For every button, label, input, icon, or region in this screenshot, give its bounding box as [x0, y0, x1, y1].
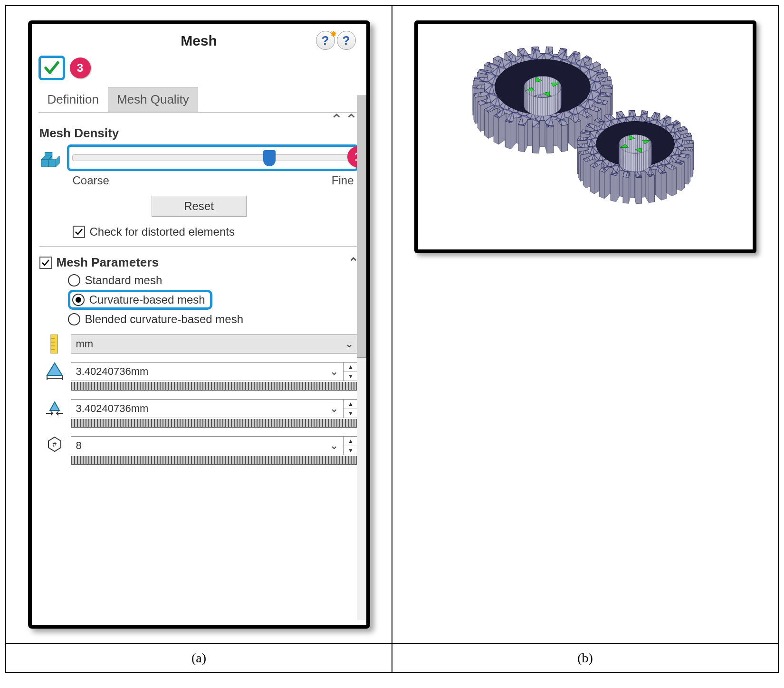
dropdown-chevron-icon: ⌄	[345, 338, 354, 350]
mesh-density-slider[interactable]	[67, 144, 359, 171]
ruler-icon	[49, 334, 60, 354]
caption-a: (a)	[6, 643, 392, 673]
callout-badge-3: 3	[70, 57, 91, 78]
spin-down-icon[interactable]: ▼	[344, 372, 358, 381]
unit-value: mm	[76, 338, 94, 350]
spin-down-icon[interactable]: ▼	[344, 409, 358, 418]
svg-rect-5	[51, 334, 57, 354]
dropdown-chevron-icon: ⌄	[330, 402, 338, 415]
slider-thumb[interactable]	[263, 150, 276, 166]
thumbwheel[interactable]	[71, 419, 359, 428]
spin-up-icon[interactable]: ▲	[344, 400, 358, 409]
meshed-model-view	[414, 20, 756, 253]
mesh-parameters-header: Mesh Parameters	[57, 255, 159, 270]
svg-marker-10	[47, 363, 62, 375]
radio-curvature-mesh[interactable]	[72, 294, 85, 306]
min-element-size-field[interactable]: 3.40240736mm ⌄	[71, 399, 344, 418]
tab-mesh-quality[interactable]: Mesh Quality	[108, 87, 198, 112]
fine-label: Fine	[332, 174, 354, 187]
svg-rect-0	[41, 160, 48, 167]
spin-up-icon[interactable]: ▲	[344, 437, 358, 446]
check-icon	[44, 60, 60, 76]
checkmark-icon	[75, 228, 83, 236]
distorted-elements-checkbox[interactable]	[73, 226, 85, 238]
scrollbar[interactable]	[357, 96, 366, 620]
elements-per-circle-field[interactable]: 8 ⌄	[71, 436, 344, 455]
max-element-size-icon	[46, 362, 63, 381]
dropdown-chevron-icon: ⌄	[330, 365, 338, 378]
svg-text:#: #	[53, 440, 57, 448]
tab-definition[interactable]: Definition	[38, 87, 108, 112]
help-icon[interactable]: ?	[337, 31, 356, 50]
scroll-up-chevron-icon[interactable]: ⌃	[345, 111, 358, 129]
svg-rect-1	[48, 160, 56, 167]
coarse-label: Coarse	[73, 174, 109, 187]
mesh-parameters-checkbox[interactable]	[39, 257, 52, 269]
mesh-property-panel: Mesh ?✸ ? 3 Definition Mesh Quality	[28, 20, 370, 629]
elements-per-circle-value: 8	[76, 440, 82, 452]
gear-star-icon: ✸	[330, 29, 336, 38]
spin-down-icon[interactable]: ▼	[344, 446, 358, 455]
max-element-size-field[interactable]: 3.40240736mm ⌄	[71, 362, 344, 381]
min-element-size-value: 3.40240736mm	[76, 402, 149, 415]
mesh-density-header: Mesh Density	[39, 126, 119, 141]
mesh-density-icon	[39, 147, 61, 169]
checkmark-icon	[41, 258, 50, 267]
ok-button[interactable]	[38, 56, 65, 80]
collapse-chevron-icon[interactable]: ⌃	[330, 111, 343, 129]
max-element-size-value: 3.40240736mm	[76, 365, 149, 378]
thumbwheel[interactable]	[71, 456, 359, 465]
caption-b: (b)	[392, 643, 778, 673]
gear-mesh-illustration	[424, 32, 747, 241]
radio-blended-label: Blended curvature-based mesh	[85, 313, 244, 326]
elements-per-circle-icon: #	[47, 436, 63, 452]
distorted-elements-label: Check for distorted elements	[90, 225, 235, 239]
radio-curvature-label: Curvature-based mesh	[89, 293, 205, 306]
dropdown-chevron-icon: ⌄	[330, 440, 338, 452]
help-options-icon[interactable]: ?✸	[316, 31, 335, 50]
svg-marker-12	[50, 402, 59, 411]
radio-standard-mesh[interactable]	[68, 274, 80, 287]
unit-dropdown[interactable]: mm ⌄	[71, 334, 359, 354]
min-element-size-icon	[45, 399, 64, 418]
svg-marker-4	[56, 156, 59, 167]
reset-button[interactable]: Reset	[152, 196, 247, 217]
radio-standard-label: Standard mesh	[85, 274, 163, 287]
spin-up-icon[interactable]: ▲	[344, 363, 358, 372]
scrollbar-thumb[interactable]	[357, 96, 366, 358]
thumbwheel[interactable]	[71, 382, 359, 391]
radio-blended-mesh[interactable]	[68, 313, 80, 325]
panel-title: Mesh	[181, 33, 217, 49]
